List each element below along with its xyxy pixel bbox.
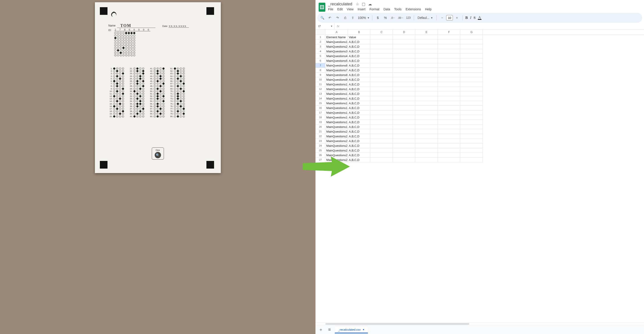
cell[interactable]: [370, 68, 393, 73]
cell[interactable]: [438, 49, 460, 54]
cell[interactable]: [438, 158, 460, 162]
cell[interactable]: [438, 44, 460, 49]
cell[interactable]: [370, 49, 393, 54]
font-size-input[interactable]: [446, 15, 453, 20]
sheets-logo-icon[interactable]: [319, 3, 325, 12]
row-header[interactable]: 22: [316, 134, 325, 139]
table-row[interactable]: 18MainQuestions1A,B,C,D: [316, 115, 644, 120]
cell[interactable]: [460, 63, 483, 68]
cell[interactable]: [415, 73, 438, 77]
cell[interactable]: MainQuestions1: [325, 39, 348, 44]
cell[interactable]: MainQuestions6: [325, 63, 348, 68]
cell[interactable]: [438, 120, 460, 124]
cell[interactable]: [460, 129, 483, 134]
cell[interactable]: [415, 158, 438, 162]
cell[interactable]: [370, 129, 393, 134]
row-header[interactable]: 1: [316, 35, 325, 39]
cell[interactable]: [438, 54, 460, 58]
cell[interactable]: [460, 106, 483, 110]
percent-button[interactable]: %: [383, 15, 388, 20]
cell[interactable]: [393, 54, 415, 58]
cell[interactable]: [393, 91, 415, 96]
cell[interactable]: [370, 63, 393, 68]
cell[interactable]: [460, 91, 483, 96]
row-header[interactable]: 14: [316, 96, 325, 101]
cell[interactable]: [460, 110, 483, 115]
cell[interactable]: MainQuestions7: [325, 68, 348, 73]
text-color-button[interactable]: A: [478, 16, 482, 20]
cell[interactable]: [460, 158, 483, 162]
cell[interactable]: A,B,C,D: [348, 110, 370, 115]
cell[interactable]: [460, 139, 483, 143]
cell[interactable]: [460, 143, 483, 148]
cell[interactable]: [393, 58, 415, 63]
cell[interactable]: [393, 35, 415, 39]
cell[interactable]: MainQuestions9: [325, 77, 348, 82]
cell[interactable]: [370, 143, 393, 148]
column-header-F[interactable]: F: [438, 29, 460, 35]
table-row[interactable]: 17MainQuestions1A,B,C,D: [316, 110, 644, 115]
cell[interactable]: A,B,C,D: [348, 158, 370, 162]
cell[interactable]: [460, 39, 483, 44]
table-row[interactable]: 4MainQuestions3A,B,C,D: [316, 49, 644, 54]
cell[interactable]: A,B,C,D: [348, 106, 370, 110]
cloud-status-icon[interactable]: ☁: [368, 2, 372, 6]
row-header[interactable]: 8: [316, 68, 325, 73]
cell[interactable]: [415, 110, 438, 115]
row-header[interactable]: 17: [316, 110, 325, 115]
cell[interactable]: [393, 110, 415, 115]
menu-edit[interactable]: Edit: [337, 7, 343, 11]
cell[interactable]: [393, 73, 415, 77]
table-row[interactable]: 27MainQuestions2A,B,C,D: [316, 158, 644, 162]
row-header[interactable]: 16: [316, 106, 325, 110]
cell[interactable]: [370, 91, 393, 96]
cell[interactable]: [438, 68, 460, 73]
cell[interactable]: [393, 120, 415, 124]
menu-help[interactable]: Help: [425, 7, 432, 11]
undo-button[interactable]: ↶: [327, 15, 332, 20]
cell[interactable]: [415, 139, 438, 143]
row-header[interactable]: 13: [316, 91, 325, 96]
table-row[interactable]: 10MainQuestions9A,B,C,D: [316, 77, 644, 82]
cell[interactable]: [415, 106, 438, 110]
redo-button[interactable]: ↷: [335, 15, 340, 20]
bold-button[interactable]: B: [465, 15, 468, 20]
cell[interactable]: Element Name: [325, 35, 348, 39]
cell[interactable]: [438, 134, 460, 139]
cell[interactable]: A,B,C,D: [348, 139, 370, 143]
cell[interactable]: A,B,C,D: [348, 143, 370, 148]
column-header-D[interactable]: D: [393, 29, 415, 35]
cell[interactable]: [460, 44, 483, 49]
decrease-font-button[interactable]: −: [440, 15, 445, 20]
cell[interactable]: [393, 158, 415, 162]
add-sheet-button[interactable]: ＋: [318, 327, 324, 333]
column-header-E[interactable]: E: [415, 29, 438, 35]
move-icon[interactable]: ▢: [362, 2, 366, 6]
cell[interactable]: MainQuestions2: [325, 139, 348, 143]
cell[interactable]: [393, 96, 415, 101]
row-header[interactable]: 24: [316, 143, 325, 148]
cell[interactable]: MainQuestions1: [325, 110, 348, 115]
cell[interactable]: A,B,C,D: [348, 153, 370, 158]
cell[interactable]: [415, 101, 438, 106]
cell[interactable]: A,B,C,D: [348, 124, 370, 129]
strikethrough-button[interactable]: S: [474, 16, 476, 20]
cell[interactable]: [438, 77, 460, 82]
star-icon[interactable]: ☆: [356, 2, 359, 6]
cell[interactable]: [415, 143, 438, 148]
menu-extensions[interactable]: Extensions: [406, 7, 421, 11]
cell[interactable]: [393, 63, 415, 68]
cell[interactable]: [415, 58, 438, 63]
table-row[interactable]: 2MainQuestions1A,B,C,D: [316, 39, 644, 44]
table-row[interactable]: 25MainQuestions2A,B,C,D: [316, 148, 644, 153]
table-row[interactable]: 12MainQuestions1A,B,C,D: [316, 87, 644, 91]
cell[interactable]: A,B,C,D: [348, 58, 370, 63]
paint-format-button[interactable]: ⇪: [350, 15, 356, 20]
cell[interactable]: [370, 77, 393, 82]
cell[interactable]: [460, 96, 483, 101]
cell[interactable]: [393, 39, 415, 44]
cell[interactable]: [415, 44, 438, 49]
sheet-tab[interactable]: _recalculated.csv ▼: [335, 326, 368, 333]
table-row[interactable]: 14MainQuestions1A,B,C,D: [316, 96, 644, 101]
cell[interactable]: [393, 143, 415, 148]
